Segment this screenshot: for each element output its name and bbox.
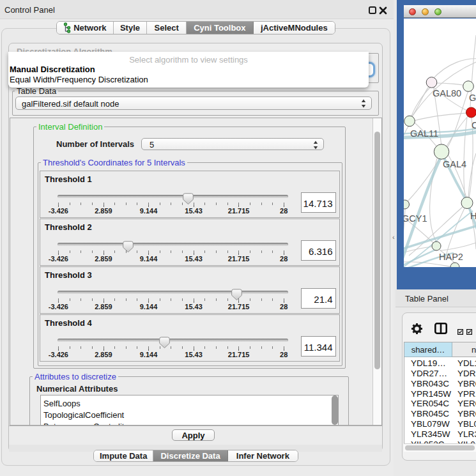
svg-text:G.: G. — [469, 93, 476, 103]
svg-text:GAL4: GAL4 — [443, 159, 466, 169]
svg-text:H: H — [470, 211, 476, 221]
svg-text:HAP2: HAP2 — [439, 252, 463, 262]
svg-text:GAL11: GAL11 — [410, 128, 438, 139]
svg-text:C: C — [472, 120, 476, 130]
svg-text:GCY1: GCY1 — [404, 213, 427, 224]
svg-text:GAL80: GAL80 — [433, 88, 461, 98]
